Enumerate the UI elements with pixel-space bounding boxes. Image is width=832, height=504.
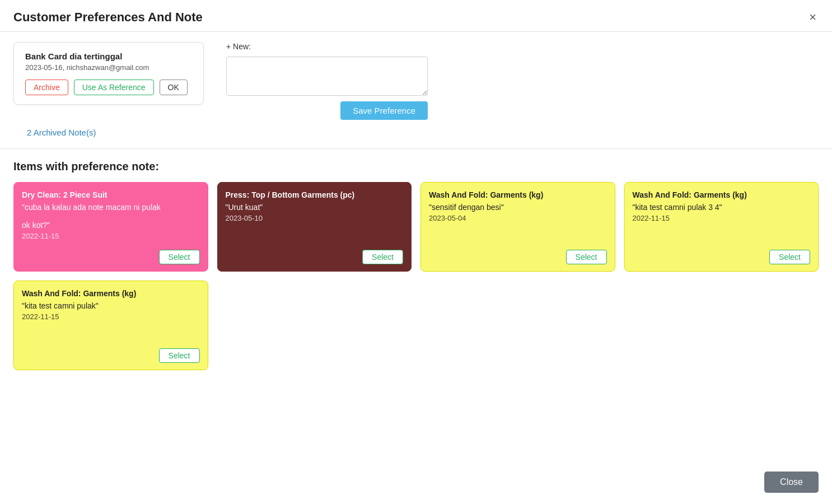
ok-button[interactable]: OK (160, 80, 188, 95)
item-card-service-0: Dry Clean: 2 Piece Suit (22, 190, 200, 199)
item-card-date-4: 2022-11-15 (22, 312, 200, 321)
items-grid-row1: Dry Clean: 2 Piece Suit "cuba la kalau a… (13, 182, 819, 272)
note-card-meta: 2023-05-16, nichshazwan@gmail.com (25, 63, 192, 72)
item-card-service-1: Press: Top / Bottom Garments (pc) (226, 190, 404, 199)
item-card-footer-1: Select (226, 250, 404, 264)
section-divider (0, 148, 832, 149)
archived-notes-link[interactable]: 2 Archived Note(s) (13, 125, 109, 143)
item-card-note-4: "kita test camni pulak" (22, 301, 200, 310)
close-button[interactable]: Close (764, 472, 819, 493)
note-card-actions: Archive Use As Reference OK (25, 80, 192, 95)
item-card-date-1: 2023-05-10 (226, 214, 404, 222)
use-as-reference-button[interactable]: Use As Reference (74, 80, 154, 95)
items-grid-row2: Wash And Fold: Garments (kg) "kita test … (13, 281, 819, 370)
item-card-footer-0: Select (22, 250, 200, 264)
select-button-0[interactable]: Select (159, 250, 200, 264)
item-card-4: Wash And Fold: Garments (kg) "kita test … (13, 281, 208, 370)
select-button-2[interactable]: Select (566, 250, 607, 264)
item-card-3: Wash And Fold: Garments (kg) "kita test … (624, 182, 819, 272)
item-card-note-1: "Urut kuat" (226, 203, 404, 212)
item-card-service-4: Wash And Fold: Garments (kg) (22, 289, 200, 298)
item-card-note-2: "sensitif dengan besi" (429, 203, 607, 212)
item-card-date-2: 2023-05-04 (429, 214, 607, 222)
note-card: Bank Card dia tertinggal 2023-05-16, nic… (13, 42, 204, 105)
item-card-footer-4: Select (22, 348, 200, 363)
dialog: Customer Preferences And Note × Bank Car… (0, 0, 832, 504)
item-card-0: Dry Clean: 2 Piece Suit "cuba la kalau a… (13, 182, 208, 272)
item-card-footer-3: Select (633, 250, 811, 264)
item-card-note-0: "cuba la kalau ada note macam ni pulakok… (22, 203, 200, 230)
item-card-note-3: "kita test camni pulak 3 4" (633, 203, 811, 212)
archive-button[interactable]: Archive (25, 80, 68, 95)
save-preference-button[interactable]: Save Preference (340, 101, 428, 120)
item-card-service-2: Wash And Fold: Garments (kg) (429, 190, 607, 199)
new-note-textarea[interactable] (226, 57, 428, 96)
dialog-close-button[interactable]: × (807, 11, 819, 24)
item-card-date-0: 2022-11-15 (22, 232, 200, 240)
dialog-footer: Close (764, 472, 819, 493)
new-note-label: + New: (226, 42, 428, 51)
select-button-1[interactable]: Select (362, 250, 403, 264)
item-card-footer-2: Select (429, 250, 607, 264)
items-section: Items with preference note: Dry Clean: 2… (0, 155, 832, 376)
new-note-section: + New: Save Preference (226, 42, 428, 120)
select-button-3[interactable]: Select (769, 250, 810, 264)
item-card-2: Wash And Fold: Garments (kg) "sensitif d… (420, 182, 615, 272)
item-card-1: Press: Top / Bottom Garments (pc) "Urut … (217, 182, 412, 272)
items-section-title: Items with preference note: (13, 160, 819, 173)
dialog-title: Customer Preferences And Note (13, 10, 203, 25)
item-card-date-3: 2022-11-15 (633, 214, 811, 222)
dialog-header: Customer Preferences And Note × (0, 0, 832, 32)
note-card-title: Bank Card dia tertinggal (25, 52, 192, 61)
top-section: Bank Card dia tertinggal 2023-05-16, nic… (0, 32, 832, 125)
select-button-4[interactable]: Select (159, 348, 200, 363)
item-card-service-3: Wash And Fold: Garments (kg) (633, 190, 811, 199)
